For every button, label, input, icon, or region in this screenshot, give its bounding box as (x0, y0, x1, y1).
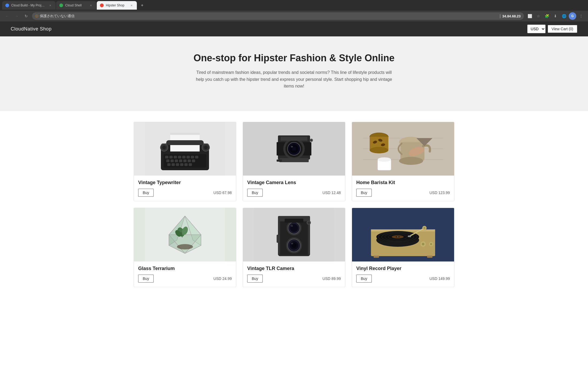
product-price-tlr-camera: USD 89.99 (323, 276, 341, 281)
url-address-text: 34.84.68.23 (502, 14, 521, 18)
website-content: CloudNative Shop USD EUR GBP View Cart (… (0, 21, 588, 298)
profile-button[interactable]: G (569, 12, 576, 20)
svg-rect-10 (182, 156, 185, 158)
hero-title: One-stop for Hipster Fashion & Style Onl… (11, 52, 577, 64)
svg-point-84 (291, 243, 293, 244)
svg-rect-11 (187, 156, 190, 158)
browser-chrome: Cloud Build - My Project 3335 ✕ Cloud Sh… (0, 0, 588, 21)
svg-rect-22 (172, 163, 175, 166)
svg-point-106 (423, 227, 425, 229)
product-card-typewriter: Vintage Typewriter Buy USD 67.98 (134, 122, 236, 201)
url-bar[interactable]: ⓘ 保護されていない通信 | 34.84.68.23 (32, 12, 524, 20)
product-name-vinyl-player: Vinyl Record Player (356, 266, 450, 271)
extensions-icon[interactable]: 🧩 (543, 12, 551, 20)
svg-rect-14 (166, 160, 169, 162)
svg-rect-16 (175, 160, 178, 162)
tab-hipster-shop[interactable]: Hipster Shop ✕ (97, 1, 137, 10)
forward-button[interactable]: → (13, 12, 20, 20)
svg-rect-9 (178, 156, 181, 158)
url-separator: | (500, 14, 501, 18)
product-price-barista-kit: USD 123.99 (430, 191, 450, 195)
svg-rect-7 (169, 156, 173, 158)
tab-cloud-build[interactable]: Cloud Build - My Project 3335 ✕ (2, 1, 56, 10)
buy-button-barista-kit[interactable]: Buy (356, 189, 372, 197)
product-image-camera-lens (243, 122, 345, 176)
svg-rect-25 (184, 163, 188, 166)
tab-close-cloud-build[interactable]: ✕ (48, 3, 52, 7)
products-section: Vintage Typewriter Buy USD 67.98 (0, 111, 588, 298)
svg-rect-21 (167, 163, 171, 166)
tab-label-cloud-shell: Cloud Shell (65, 3, 87, 7)
svg-rect-17 (179, 160, 182, 162)
svg-point-28 (162, 146, 166, 149)
svg-rect-18 (183, 160, 187, 162)
product-actions-camera-lens: Buy USD 12.48 (247, 189, 341, 197)
product-image-terrarium (134, 208, 236, 261)
product-image-typewriter (134, 122, 236, 176)
svg-point-51 (370, 147, 388, 153)
product-info-camera-lens: Vintage Camera Lens Buy USD 12.48 (243, 176, 345, 201)
refresh-button[interactable]: ↻ (22, 12, 30, 20)
svg-rect-8 (174, 156, 177, 158)
product-name-terrarium: Glass Terrarium (138, 266, 232, 271)
buy-button-vinyl-player[interactable]: Buy (356, 275, 372, 283)
more-menu-icon[interactable]: ⋮ (577, 12, 585, 20)
tab-cloud-shell[interactable]: Cloud Shell ✕ (56, 1, 96, 10)
translate-icon[interactable]: 🌐 (560, 12, 568, 20)
cast-icon[interactable]: ⬜ (526, 12, 533, 20)
product-card-vinyl-player: Vinyl Record Player Buy USD 149.99 (352, 208, 454, 287)
svg-rect-107 (408, 236, 411, 237)
security-warning-text: 保護されていない通信 (40, 14, 498, 18)
tab-close-hipster-shop[interactable]: ✕ (129, 3, 134, 7)
buy-button-camera-lens[interactable]: Buy (247, 189, 263, 197)
product-card-terrarium: Glass Terrarium Buy USD 24.99 (134, 208, 236, 287)
tab-close-cloud-shell[interactable]: ✕ (89, 3, 93, 7)
product-actions-terrarium: Buy USD 24.99 (138, 275, 232, 283)
product-image-tlr-camera (243, 208, 345, 261)
product-name-typewriter: Vintage Typewriter (138, 180, 232, 185)
tab-label-hipster-shop: Hipster Shop (106, 3, 127, 7)
back-button[interactable]: ← (3, 12, 11, 20)
product-price-camera-lens: USD 12.48 (323, 191, 341, 195)
view-cart-button[interactable]: View Cart (0) (548, 25, 577, 33)
new-tab-button[interactable]: + (138, 2, 146, 9)
address-bar: ← → ↻ ⓘ 保護されていない通信 | 34.84.68.23 ⬜ ☆ 🧩 ⬇… (0, 11, 588, 21)
svg-point-60 (378, 157, 391, 162)
svg-rect-86 (308, 220, 310, 255)
svg-rect-24 (180, 163, 183, 166)
product-price-vinyl-player: USD 149.99 (430, 276, 450, 281)
site-logo: CloudNative Shop (11, 26, 52, 32)
site-header: CloudNative Shop USD EUR GBP View Cart (… (0, 21, 588, 36)
tab-bar: Cloud Build - My Project 3335 ✕ Cloud Sh… (0, 0, 588, 11)
currency-selector[interactable]: USD EUR GBP (527, 25, 546, 33)
svg-rect-42 (277, 160, 282, 162)
product-info-vinyl-player: Vinyl Record Player Buy USD 149.99 (352, 261, 454, 287)
product-name-tlr-camera: Vintage TLR Camera (247, 266, 341, 271)
svg-point-103 (397, 237, 399, 237)
svg-rect-113 (427, 256, 432, 258)
svg-rect-23 (176, 163, 179, 166)
buy-button-terrarium[interactable]: Buy (138, 275, 154, 283)
product-name-camera-lens: Vintage Camera Lens (247, 180, 341, 185)
security-warning-icon: ⓘ (35, 14, 38, 18)
svg-point-111 (430, 243, 432, 245)
product-info-tlr-camera: Vintage TLR Camera Buy USD 89.99 (243, 261, 345, 287)
svg-rect-41 (279, 158, 309, 162)
buy-button-typewriter[interactable]: Buy (138, 189, 154, 197)
products-grid: Vintage Typewriter Buy USD 67.98 (134, 122, 454, 287)
svg-rect-3 (170, 133, 200, 135)
product-info-terrarium: Glass Terrarium Buy USD 24.99 (134, 261, 236, 287)
product-card-camera-lens: Vintage Camera Lens Buy USD 12.48 (243, 122, 345, 201)
product-info-typewriter: Vintage Typewriter Buy USD 67.98 (134, 176, 236, 201)
svg-point-109 (422, 243, 424, 245)
buy-button-tlr-camera[interactable]: Buy (247, 275, 263, 283)
download-icon[interactable]: ⬇ (552, 12, 559, 20)
svg-rect-40 (281, 137, 307, 141)
product-price-typewriter: USD 67.98 (214, 191, 232, 195)
hero-section: One-stop for Hipster Fashion & Style Onl… (0, 36, 588, 111)
tab-favicon-cloud-shell (59, 3, 63, 7)
svg-rect-91 (277, 235, 280, 243)
svg-rect-19 (188, 160, 191, 162)
bookmark-icon[interactable]: ☆ (535, 12, 542, 20)
product-actions-vinyl-player: Buy USD 149.99 (356, 275, 450, 283)
